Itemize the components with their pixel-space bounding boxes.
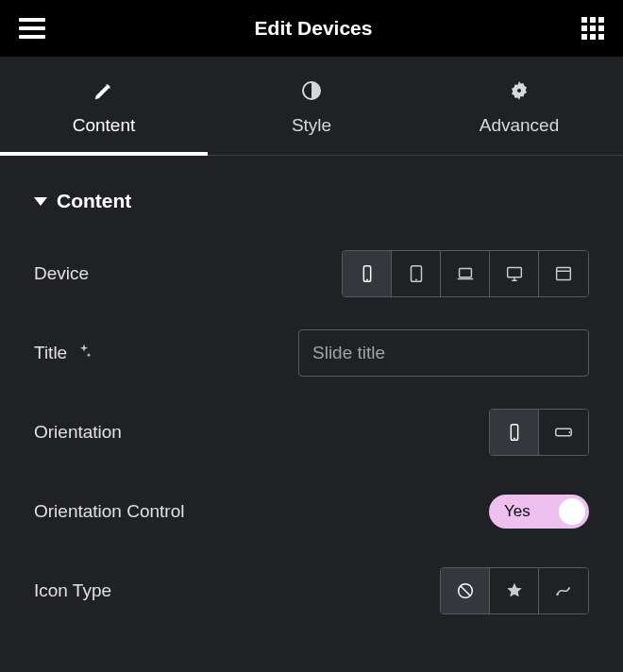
section-content: Content Device Title bbox=[0, 156, 623, 614]
icon-type-icon[interactable] bbox=[490, 568, 539, 613]
ai-sparkle-icon[interactable] bbox=[75, 342, 93, 365]
label-text: Title bbox=[34, 343, 67, 363]
row-icon-type: Icon Type bbox=[34, 567, 589, 614]
label-title: Title bbox=[34, 342, 93, 365]
svg-rect-9 bbox=[507, 268, 521, 277]
row-orientation-control: Orientation Control Yes bbox=[34, 488, 589, 535]
icon-type-options bbox=[440, 567, 589, 614]
orientation-options bbox=[489, 409, 589, 456]
tab-style[interactable]: Style bbox=[208, 57, 415, 155]
panel-title: Edit Devices bbox=[255, 17, 373, 40]
menu-icon[interactable] bbox=[19, 18, 45, 39]
tab-label: Advanced bbox=[480, 115, 560, 136]
orientation-landscape[interactable] bbox=[539, 410, 588, 455]
gear-icon bbox=[508, 79, 530, 102]
toggle-label: Yes bbox=[504, 502, 530, 521]
icon-type-none[interactable] bbox=[441, 568, 490, 613]
tab-content[interactable]: Content bbox=[0, 57, 208, 155]
row-title: Title bbox=[34, 329, 589, 377]
topbar: Edit Devices bbox=[0, 0, 623, 57]
label-orientation: Orientation bbox=[34, 422, 122, 443]
ban-icon bbox=[455, 580, 476, 601]
device-laptop[interactable] bbox=[441, 251, 490, 296]
laptop-icon bbox=[455, 263, 476, 284]
device-window[interactable] bbox=[539, 251, 588, 296]
icon-type-lottie[interactable] bbox=[539, 568, 588, 613]
star-icon bbox=[504, 580, 525, 601]
device-options bbox=[342, 250, 589, 297]
pencil-icon bbox=[93, 79, 115, 102]
device-desktop[interactable] bbox=[490, 251, 539, 296]
device-phone[interactable] bbox=[343, 251, 392, 296]
tab-label: Style bbox=[292, 115, 331, 136]
toggle-knob bbox=[559, 498, 585, 525]
label-device: Device bbox=[34, 263, 89, 284]
svg-point-2 bbox=[517, 89, 521, 92]
row-device: Device bbox=[34, 250, 589, 297]
device-tablet[interactable] bbox=[392, 251, 441, 296]
contrast-icon bbox=[300, 79, 323, 102]
window-icon bbox=[553, 263, 574, 284]
svg-rect-7 bbox=[459, 269, 471, 277]
orientation-control-toggle[interactable]: Yes bbox=[489, 495, 589, 529]
svg-rect-12 bbox=[557, 268, 571, 280]
orientation-portrait[interactable] bbox=[490, 410, 539, 455]
tab-label: Content bbox=[73, 115, 136, 136]
tablet-icon bbox=[406, 263, 427, 284]
label-orientation-control: Orientation Control bbox=[34, 501, 184, 522]
section-toggle[interactable]: Content bbox=[34, 190, 589, 212]
svg-point-20 bbox=[556, 593, 559, 596]
row-orientation: Orientation bbox=[34, 409, 589, 456]
svg-line-19 bbox=[460, 586, 469, 596]
title-input[interactable] bbox=[298, 329, 589, 377]
portrait-icon bbox=[504, 422, 525, 443]
phone-icon bbox=[357, 263, 378, 284]
label-icon-type: Icon Type bbox=[34, 580, 111, 601]
landscape-icon bbox=[553, 422, 574, 443]
tab-advanced[interactable]: Advanced bbox=[415, 57, 623, 155]
caret-down-icon bbox=[34, 197, 47, 206]
section-title: Content bbox=[57, 190, 131, 212]
lottie-icon bbox=[553, 580, 574, 601]
apps-grid-icon[interactable] bbox=[581, 17, 604, 40]
desktop-icon bbox=[504, 263, 525, 284]
tabs: Content Style Advanced bbox=[0, 57, 623, 156]
